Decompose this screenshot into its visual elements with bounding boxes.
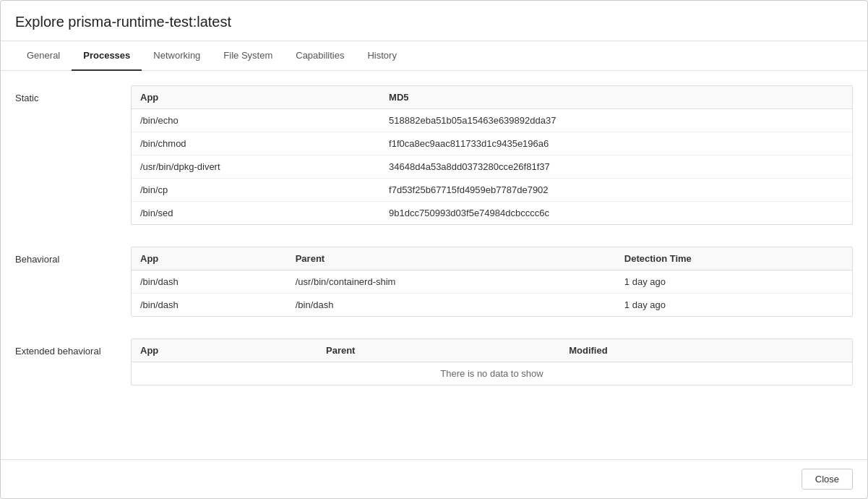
static-col-md5: MD5 xyxy=(380,86,852,109)
modal-footer: Close xyxy=(1,459,867,498)
static-table: App MD5 /bin/echo518882eba51b05a15463e63… xyxy=(132,86,852,224)
table-row: /bin/dash/usr/bin/containerd-shim1 day a… xyxy=(132,270,852,294)
static-section: Static App MD5 /bin/echo518882eba51b05a1… xyxy=(15,85,853,225)
table-cell: /bin/dash xyxy=(132,294,287,317)
behavioral-col-app: App xyxy=(132,247,287,270)
table-row: /bin/chmodf1f0ca8ec9aac811733d1c9435e196… xyxy=(132,132,852,155)
table-cell: 1 day ago xyxy=(616,270,852,294)
behavioral-label: Behavioral xyxy=(15,247,131,265)
table-row: /usr/bin/dpkg-divert34648d4a53a8dd037328… xyxy=(132,155,852,179)
extended-behavioral-section: Extended behavioral App Parent Modified … xyxy=(15,338,853,385)
table-row: /bin/cpf7d53f25b67715fd4959eb7787de7902 xyxy=(132,179,852,202)
explore-modal: Explore prisma-runtime-test:latest Gener… xyxy=(0,0,868,499)
static-table-header-row: App MD5 xyxy=(132,86,852,109)
table-cell: /usr/bin/containerd-shim xyxy=(287,270,616,294)
extended-col-app: App xyxy=(132,339,317,362)
extended-behavioral-label: Extended behavioral xyxy=(15,338,131,357)
extended-behavioral-table-body: There is no data to show xyxy=(132,362,852,385)
behavioral-col-parent: Parent xyxy=(287,247,616,270)
table-cell: 1 day ago xyxy=(616,294,852,317)
tab-filesystem[interactable]: File System xyxy=(212,41,284,71)
table-cell: /bin/sed xyxy=(132,202,380,225)
extended-behavioral-header-row: App Parent Modified xyxy=(132,339,852,362)
behavioral-table-body: /bin/dash/usr/bin/containerd-shim1 day a… xyxy=(132,270,852,317)
behavioral-table: App Parent Detection Time /bin/dash/usr/… xyxy=(132,247,852,316)
table-row: /bin/echo518882eba51b05a15463e639892dda3… xyxy=(132,109,852,132)
tab-processes[interactable]: Processes xyxy=(72,41,142,71)
behavioral-table-header-row: App Parent Detection Time xyxy=(132,247,852,270)
modal-title: Explore prisma-runtime-test:latest xyxy=(15,14,853,30)
static-label: Static xyxy=(15,85,131,103)
tab-capabilities[interactable]: Capabilities xyxy=(284,41,356,71)
extended-behavioral-table-container: App Parent Modified There is no data to … xyxy=(131,338,853,385)
tab-history[interactable]: History xyxy=(356,41,408,71)
tab-general[interactable]: General xyxy=(15,41,72,71)
close-button[interactable]: Close xyxy=(802,469,853,490)
table-cell: /usr/bin/dpkg-divert xyxy=(132,155,380,179)
table-row: There is no data to show xyxy=(132,362,852,385)
table-cell: /bin/dash xyxy=(287,294,616,317)
tab-bar: General Processes Networking File System… xyxy=(1,41,867,71)
tab-networking[interactable]: Networking xyxy=(142,41,212,71)
table-row: /bin/sed9b1dcc750993d03f5e74984dcbcccc6c xyxy=(132,202,852,225)
no-data-cell: There is no data to show xyxy=(132,362,852,385)
static-table-body: /bin/echo518882eba51b05a15463e639892dda3… xyxy=(132,109,852,225)
modal-body: Static App MD5 /bin/echo518882eba51b05a1… xyxy=(1,71,867,459)
behavioral-section: Behavioral App Parent Detection Time /bi… xyxy=(15,247,853,317)
behavioral-table-container: App Parent Detection Time /bin/dash/usr/… xyxy=(131,247,853,317)
extended-behavioral-table: App Parent Modified There is no data to … xyxy=(132,339,852,385)
table-cell: f1f0ca8ec9aac811733d1c9435e196a6 xyxy=(380,132,852,155)
table-cell: /bin/cp xyxy=(132,179,380,202)
table-cell: /bin/echo xyxy=(132,109,380,132)
table-cell: /bin/chmod xyxy=(132,132,380,155)
extended-col-modified: Modified xyxy=(560,339,852,362)
static-col-app: App xyxy=(132,86,380,109)
behavioral-col-detection: Detection Time xyxy=(616,247,852,270)
extended-col-parent: Parent xyxy=(317,339,560,362)
table-cell: /bin/dash xyxy=(132,270,287,294)
table-row: /bin/dash/bin/dash1 day ago xyxy=(132,294,852,317)
table-cell: f7d53f25b67715fd4959eb7787de7902 xyxy=(380,179,852,202)
table-cell: 9b1dcc750993d03f5e74984dcbcccc6c xyxy=(380,202,852,225)
modal-header: Explore prisma-runtime-test:latest xyxy=(1,1,867,41)
table-cell: 518882eba51b05a15463e639892dda37 xyxy=(380,109,852,132)
table-cell: 34648d4a53a8dd0373280cce26f81f37 xyxy=(380,155,852,179)
static-table-container[interactable]: App MD5 /bin/echo518882eba51b05a15463e63… xyxy=(131,85,853,225)
